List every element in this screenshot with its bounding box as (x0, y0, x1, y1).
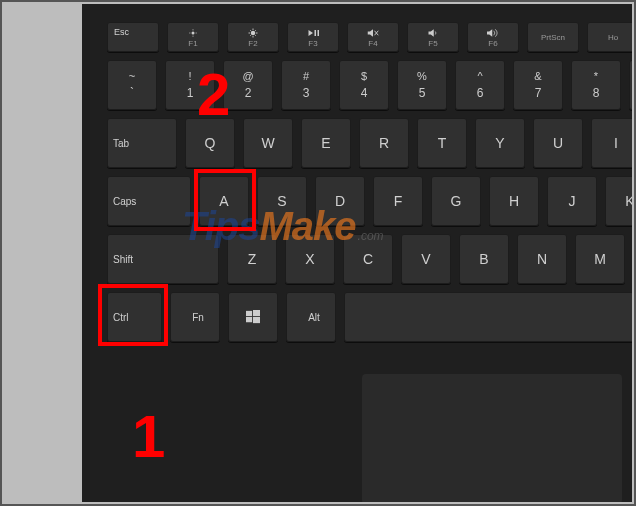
key-c[interactable]: C (343, 234, 393, 284)
mute-icon (364, 27, 382, 39)
key-a[interactable]: A (199, 176, 249, 226)
key-shift[interactable]: Shift (107, 234, 219, 284)
key-f2[interactable]: F2 (227, 22, 279, 52)
key-3[interactable]: #3 (281, 60, 331, 110)
key-label: Shift (113, 254, 133, 265)
key-label: Esc (114, 27, 129, 37)
svg-marker-21 (487, 29, 492, 37)
key-2[interactable]: @2 (223, 60, 273, 110)
key-u[interactable]: U (533, 118, 583, 168)
key-label: D (335, 193, 345, 209)
key-f[interactable]: F (373, 176, 423, 226)
key-label: Tab (113, 138, 129, 149)
svg-rect-24 (246, 317, 252, 322)
key-i[interactable]: I (591, 118, 632, 168)
svg-rect-15 (315, 30, 317, 36)
key-e[interactable]: E (301, 118, 351, 168)
key-v[interactable]: V (401, 234, 451, 284)
key-label: E (321, 135, 330, 151)
key-label: X (305, 251, 314, 267)
key-fn[interactable]: Fn (170, 292, 220, 342)
key-label: F4 (368, 39, 377, 48)
brightness-down-icon (184, 27, 202, 39)
svg-line-12 (250, 35, 251, 36)
touchpad[interactable] (362, 374, 622, 502)
key-tab[interactable]: Tab (107, 118, 177, 168)
key-label: Z (248, 251, 257, 267)
key-t[interactable]: T (417, 118, 467, 168)
key-label: C (363, 251, 373, 267)
key-x[interactable]: X (285, 234, 335, 284)
key-6[interactable]: ^6 (455, 60, 505, 110)
key-label: F1 (188, 39, 197, 48)
key-label: A (219, 193, 228, 209)
key-k[interactable]: K (605, 176, 632, 226)
key-label: M (594, 251, 606, 267)
key-r[interactable]: R (359, 118, 409, 168)
key-g[interactable]: G (431, 176, 481, 226)
key-label: T (438, 135, 447, 151)
key-label: F3 (308, 39, 317, 48)
key-label: F (394, 193, 403, 209)
key-f5[interactable]: F5 (407, 22, 459, 52)
brightness-up-icon (244, 27, 262, 39)
key-space[interactable] (344, 292, 632, 342)
key-label: Y (495, 135, 504, 151)
key-label: Caps (113, 196, 136, 207)
key-label: K (625, 193, 632, 209)
key-9[interactable]: (9 (629, 60, 632, 110)
key-8[interactable]: *8 (571, 60, 621, 110)
key-label: S (277, 193, 286, 209)
key-f7[interactable]: PrtScn (527, 22, 579, 52)
svg-line-13 (255, 30, 256, 31)
key-label: Q (205, 135, 216, 151)
windows-icon (246, 310, 260, 324)
key-label: N (537, 251, 547, 267)
key-5[interactable]: %5 (397, 60, 447, 110)
key-backtick[interactable]: ~` (107, 60, 157, 110)
key-caps[interactable]: Caps (107, 176, 191, 226)
key-y[interactable]: Y (475, 118, 525, 168)
key-f1[interactable]: F1 (167, 22, 219, 52)
svg-point-5 (251, 30, 256, 35)
image-frame: Esc F1 F2 F3 F4 F5 F6 PrtScn Ho (0, 0, 636, 506)
svg-marker-20 (429, 29, 434, 37)
keyboard-area: Esc F1 F2 F3 F4 F5 F6 PrtScn Ho (82, 4, 632, 502)
svg-rect-25 (253, 317, 260, 323)
key-label: F6 (488, 39, 497, 48)
key-f3[interactable]: F3 (287, 22, 339, 52)
key-ctrl[interactable]: Ctrl (107, 292, 162, 342)
svg-marker-14 (309, 30, 314, 36)
svg-line-10 (250, 30, 251, 31)
key-j[interactable]: J (547, 176, 597, 226)
key-label: V (421, 251, 430, 267)
volume-up-icon (484, 27, 502, 39)
key-q[interactable]: Q (185, 118, 235, 168)
key-b[interactable]: B (459, 234, 509, 284)
svg-rect-23 (253, 310, 260, 316)
svg-rect-22 (246, 311, 252, 316)
key-label: F2 (248, 39, 257, 48)
key-h[interactable]: H (489, 176, 539, 226)
key-7[interactable]: &7 (513, 60, 563, 110)
key-4[interactable]: $4 (339, 60, 389, 110)
key-n[interactable]: N (517, 234, 567, 284)
key-label: H (509, 193, 519, 209)
key-m[interactable]: M (575, 234, 625, 284)
key-alt[interactable]: Alt (286, 292, 336, 342)
key-d[interactable]: D (315, 176, 365, 226)
key-s[interactable]: S (257, 176, 307, 226)
key-label: F5 (428, 39, 437, 48)
key-win[interactable] (228, 292, 278, 342)
play-pause-icon (304, 27, 322, 39)
key-w[interactable]: W (243, 118, 293, 168)
key-esc[interactable]: Esc (107, 22, 159, 52)
key-f8[interactable]: Ho (587, 22, 632, 52)
svg-marker-17 (368, 29, 373, 37)
key-f6[interactable]: F6 (467, 22, 519, 52)
key-1[interactable]: !1 (165, 60, 215, 110)
key-f4[interactable]: F4 (347, 22, 399, 52)
key-z[interactable]: Z (227, 234, 277, 284)
key-label: U (553, 135, 563, 151)
key-label: R (379, 135, 389, 151)
